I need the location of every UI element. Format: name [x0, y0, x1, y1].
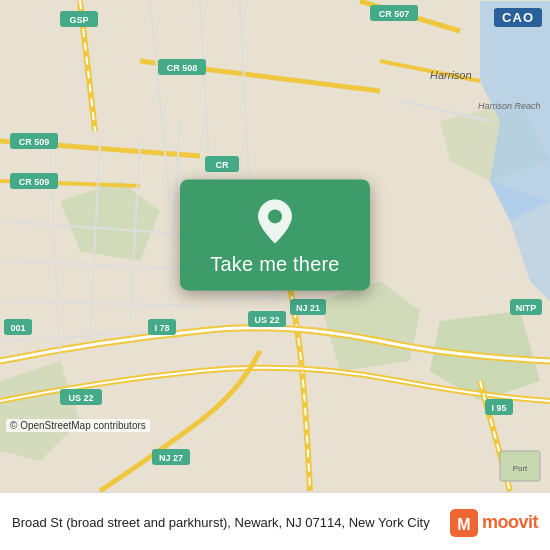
- svg-text:Harrison Reach: Harrison Reach: [478, 101, 541, 111]
- location-pin-icon: [255, 197, 295, 245]
- svg-text:NJ 21: NJ 21: [296, 303, 320, 313]
- svg-text:CR 507: CR 507: [379, 9, 410, 19]
- svg-text:US 22: US 22: [68, 393, 93, 403]
- moovit-logo: M moovit: [450, 509, 538, 537]
- svg-text:CR 509: CR 509: [19, 177, 50, 187]
- svg-text:NITP: NITP: [516, 303, 537, 313]
- bottom-bar: Broad St (broad street and parkhurst), N…: [0, 492, 550, 550]
- svg-text:Harrison: Harrison: [430, 69, 472, 81]
- osm-attribution: © OpenStreetMap contributors: [6, 419, 150, 432]
- location-info: Broad St (broad street and parkhurst), N…: [12, 513, 438, 532]
- svg-point-61: [268, 209, 282, 223]
- svg-text:CR 509: CR 509: [19, 137, 50, 147]
- map-area: GSP CR 509 CR 509 CR 508 CR 507 CR Harri…: [0, 0, 550, 492]
- cao-text: CAO: [502, 10, 534, 25]
- svg-text:I 95: I 95: [491, 403, 506, 413]
- app-container: GSP CR 509 CR 509 CR 508 CR 507 CR Harri…: [0, 0, 550, 550]
- svg-text:Port: Port: [513, 464, 528, 473]
- action-label: Take me there: [210, 253, 339, 276]
- moovit-label: moovit: [482, 512, 538, 533]
- attribution-text: © OpenStreetMap contributors: [10, 420, 146, 431]
- svg-text:M: M: [457, 516, 470, 533]
- take-me-there-card[interactable]: Take me there: [180, 179, 370, 290]
- svg-text:CR 508: CR 508: [167, 63, 198, 73]
- svg-text:I 78: I 78: [154, 323, 169, 333]
- svg-text:CR: CR: [216, 160, 229, 170]
- svg-text:NJ 27: NJ 27: [159, 453, 183, 463]
- svg-text:GSP: GSP: [69, 15, 88, 25]
- cao-badge: CAO: [494, 8, 542, 27]
- location-text: Broad St (broad street and parkhurst), N…: [12, 515, 430, 530]
- svg-text:US 22: US 22: [254, 315, 279, 325]
- svg-text:001: 001: [10, 323, 25, 333]
- moovit-icon-svg: M: [450, 509, 478, 537]
